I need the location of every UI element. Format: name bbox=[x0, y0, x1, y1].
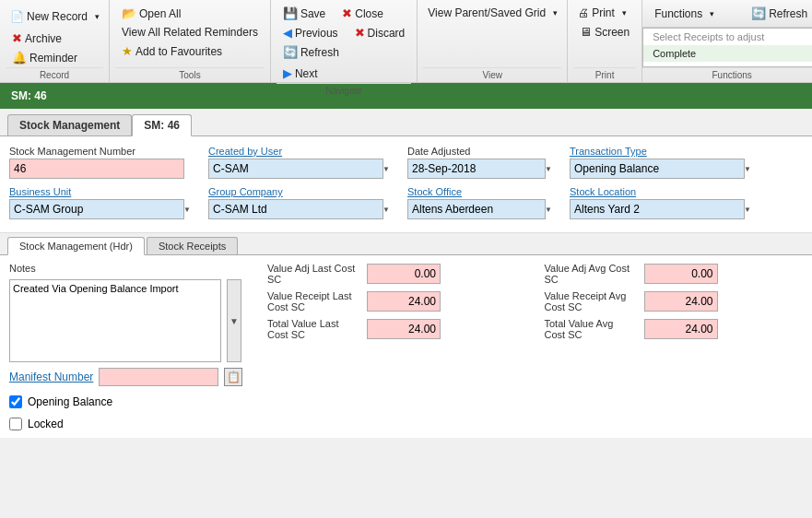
opening-balance-label: Opening Balance bbox=[28, 395, 112, 408]
view-parent-split: View Parent/Saved Grid ▾ bbox=[423, 4, 561, 22]
transaction-type-field: Transaction Type Opening Balance bbox=[570, 146, 754, 179]
stock-location-select-wrapper: Altens Yard 2 bbox=[570, 199, 754, 219]
sub-tab-hdr[interactable]: Stock Management (Hdr) bbox=[7, 237, 145, 255]
discard-label: Discard bbox=[368, 27, 406, 40]
functions-arrow[interactable]: ▾ bbox=[707, 6, 718, 21]
open-all-label: Open All bbox=[139, 7, 181, 20]
add-to-favourites-button[interactable]: ★ Add to Favourites bbox=[115, 41, 229, 61]
tools-group: 📂 Open All View All Related Reminders ★ … bbox=[110, 0, 271, 82]
manifest-number-label[interactable]: Manifest Number bbox=[9, 371, 93, 383]
screen-button[interactable]: 🖥 Screen bbox=[573, 22, 636, 41]
manifest-browse-button[interactable]: 📋 bbox=[224, 368, 242, 386]
next-button[interactable]: ▶ Next bbox=[277, 64, 324, 83]
business-unit-field: Business Unit C-SAM Group bbox=[9, 186, 194, 219]
tools-row1: 📂 Open All bbox=[115, 4, 265, 23]
refresh-icon: 🔄 bbox=[751, 6, 766, 20]
value-adj-avg-row: Value Adj Avg Cost SC bbox=[545, 263, 804, 285]
business-unit-select[interactable]: C-SAM Group bbox=[9, 199, 184, 219]
created-by-user-select[interactable]: C-SAM bbox=[208, 159, 383, 179]
open-all-icon: 📂 bbox=[122, 6, 136, 20]
functions-group: Functions ▾ 🔄 Refresh Select Receipts to… bbox=[642, 0, 812, 82]
view-parent-arrow[interactable]: ▾ bbox=[550, 6, 561, 20]
created-by-user-field: Created by User C-SAM bbox=[208, 146, 393, 179]
date-adjusted-field: Date Adjusted 28-Sep-2018 bbox=[407, 146, 555, 179]
new-record-arrow[interactable]: ▾ bbox=[92, 9, 103, 24]
close-button[interactable]: ✖ Close bbox=[335, 4, 390, 23]
stock-location-select[interactable]: Altens Yard 2 bbox=[570, 199, 745, 219]
group-company-select[interactable]: C-SAM Ltd bbox=[208, 199, 383, 219]
group-company-field: Group Company C-SAM Ltd bbox=[208, 186, 393, 219]
stock-management-number-input[interactable] bbox=[9, 159, 184, 179]
favourites-icon: ★ bbox=[122, 44, 133, 58]
business-unit-label[interactable]: Business Unit bbox=[9, 186, 194, 197]
transaction-type-select-wrapper: Opening Balance bbox=[570, 159, 754, 179]
opening-balance-checkbox[interactable] bbox=[9, 395, 22, 408]
print-label: Print bbox=[592, 6, 615, 19]
form-area: Stock Management Number Created by User … bbox=[0, 136, 812, 233]
new-record-icon: 📄 bbox=[10, 10, 24, 23]
stock-location-label[interactable]: Stock Location bbox=[570, 186, 754, 197]
stock-management-number-field: Stock Management Number bbox=[9, 146, 194, 179]
save-button[interactable]: 💾 Save bbox=[277, 4, 332, 23]
print-group-label: Print bbox=[573, 67, 636, 80]
created-by-user-label[interactable]: Created by User bbox=[208, 146, 393, 157]
value-receipt-avg-input[interactable] bbox=[644, 291, 718, 312]
archive-button[interactable]: ✖ Archive bbox=[6, 29, 68, 48]
value-adj-avg-input[interactable] bbox=[644, 264, 718, 284]
select-receipts-item[interactable]: Select Receipts to adjust bbox=[643, 29, 812, 45]
detail-right: Value Adj Last Cost SC Value Receipt Las… bbox=[267, 263, 803, 430]
print-button[interactable]: 🖨 Print bbox=[573, 4, 619, 22]
notes-scroll[interactable]: ▼ bbox=[227, 279, 241, 362]
value-column-avg: Value Adj Avg Cost SC Value Receipt Avg … bbox=[545, 263, 804, 430]
breadcrumb-tab-stock-management[interactable]: Stock Management bbox=[7, 114, 132, 135]
transaction-type-label[interactable]: Transaction Type bbox=[570, 146, 754, 157]
view-all-reminders-button[interactable]: View All Related Reminders bbox=[115, 23, 265, 41]
new-record-button[interactable]: 📄 New Record bbox=[6, 7, 92, 26]
manifest-number-input[interactable] bbox=[99, 368, 218, 386]
functions-group-label: Functions bbox=[642, 67, 812, 82]
value-receipt-last-input[interactable] bbox=[367, 291, 441, 312]
print-arrow[interactable]: ▾ bbox=[619, 6, 630, 20]
value-adj-last-input[interactable] bbox=[367, 264, 441, 284]
sub-tabs: Stock Management (Hdr) Stock Receipts bbox=[0, 233, 812, 255]
discard-button[interactable]: ✖ Discard bbox=[348, 23, 412, 42]
group-company-label[interactable]: Group Company bbox=[208, 186, 393, 197]
view-parent-button[interactable]: View Parent/Saved Grid bbox=[423, 4, 550, 22]
date-adjusted-label: Date Adjusted bbox=[407, 146, 555, 157]
stock-office-label[interactable]: Stock Office bbox=[407, 186, 555, 197]
print-icon: 🖨 bbox=[578, 6, 589, 19]
notes-container: Created Via Opening Balance Import ▼ bbox=[9, 279, 249, 362]
open-all-button[interactable]: 📂 Open All bbox=[115, 4, 187, 23]
reminder-button[interactable]: 🔔 Reminder bbox=[6, 48, 84, 67]
complete-item[interactable]: Complete bbox=[643, 45, 812, 62]
stock-management-number-label: Stock Management Number bbox=[9, 146, 194, 157]
breadcrumb-tab-sm46[interactable]: SM: 46 bbox=[132, 114, 192, 136]
functions-label: Functions bbox=[654, 7, 702, 20]
screen-label: Screen bbox=[594, 26, 630, 39]
total-value-avg-input[interactable] bbox=[644, 319, 718, 339]
notes-textarea[interactable]: Created Via Opening Balance Import bbox=[9, 279, 221, 362]
total-value-last-input[interactable] bbox=[367, 319, 441, 339]
refresh-nav-icon: 🔄 bbox=[283, 45, 298, 59]
functions-button[interactable]: Functions bbox=[650, 5, 707, 23]
record-top: 📄 New Record ▾ bbox=[6, 4, 103, 29]
reminder-icon: 🔔 bbox=[12, 51, 27, 65]
refresh-button[interactable]: 🔄 Refresh bbox=[745, 4, 812, 23]
total-value-last-label: Total Value Last Cost SC bbox=[267, 318, 359, 340]
view-parent-label: View Parent/Saved Grid bbox=[428, 6, 546, 19]
previous-button[interactable]: ◀ Previous bbox=[277, 23, 345, 42]
locked-row: Locked bbox=[9, 418, 249, 430]
record-row2: 🔔 Reminder bbox=[6, 48, 103, 67]
date-adjusted-select[interactable]: 28-Sep-2018 bbox=[407, 159, 546, 179]
sub-tab-receipts[interactable]: Stock Receipts bbox=[147, 237, 238, 254]
new-record-label: New Record bbox=[27, 10, 88, 23]
record-row1: ✖ Archive bbox=[6, 29, 103, 48]
refresh-nav-button[interactable]: 🔄 Refresh bbox=[277, 42, 346, 62]
transaction-type-select[interactable]: Opening Balance bbox=[570, 159, 745, 179]
stock-office-select[interactable]: Altens Aberdeen bbox=[407, 199, 546, 219]
discard-icon: ✖ bbox=[355, 26, 365, 40]
navigate-row3: 🔄 Refresh bbox=[277, 42, 411, 62]
locked-checkbox[interactable] bbox=[9, 418, 22, 430]
total-value-last-row: Total Value Last Cost SC bbox=[267, 318, 526, 340]
navigate-row1: 💾 Save ✖ Close bbox=[277, 4, 411, 23]
